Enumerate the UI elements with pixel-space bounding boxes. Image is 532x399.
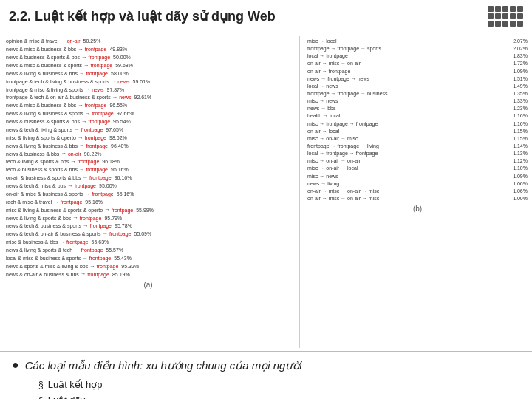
header: 2.2. Luật kết hợp và luật dãy sử dụng We… (0, 0, 532, 33)
table-row: misc & living & sports & operto → frontp… (6, 134, 290, 143)
bottom-section: ● Các loại mẫu điền hình: xu hướng chung… (0, 351, 532, 399)
main-point-text: Các loại mẫu điền hình: xu hướng chung c… (25, 358, 302, 373)
table-row: on-air → local1.15% (307, 128, 528, 135)
table-row: news & living & business & sports → fron… (6, 110, 290, 118)
table-row: tech & business & sports & bbs → frontpa… (6, 166, 290, 174)
table-row: on-air → frontpage1.09% (307, 68, 528, 75)
content-area: opinion & misc & travel → on-air50.25%ne… (0, 33, 532, 351)
table-row: frontpage → frontpage → living1.14% (307, 143, 528, 150)
table-row: local → news1.49% (307, 83, 528, 90)
table-row: news & tech & living & sports → frontpag… (6, 126, 290, 134)
table-row: misc → on-air → misc1.15% (307, 135, 528, 143)
table-row: misc → news1.33% (307, 98, 528, 105)
table-row: news & sports & misc & living & bbs → fr… (6, 263, 290, 271)
table-row: news & living & sports & bbs → frontpage… (6, 214, 290, 222)
page-title: 2.2. Luật kết hợp và luật dãy sử dụng We… (9, 8, 488, 24)
table-row: misc → local2.07% (307, 38, 528, 45)
table-row: misc → news1.09% (307, 173, 528, 180)
table-row: local → frontpage → frontpage1.13% (307, 150, 528, 157)
table-row: news & on-air & business & bbs → frontpa… (6, 270, 290, 279)
table-row: opinion & misc & travel → on-air50.25% (6, 38, 290, 46)
table-row: news & tech & business & sports → frontp… (6, 222, 290, 231)
table-row: local & misc & business & sports → front… (6, 255, 290, 263)
table-row: misc → on-air → local1.10% (307, 165, 528, 172)
table-row: frontpage → frontpage → sports2.02% (307, 45, 528, 52)
right-panel: misc → local2.07%frontpage → frontpage →… (303, 36, 532, 348)
table-row: misc & business & bbs → frontpage55.63% (6, 239, 290, 247)
left-panel: opinion & misc & travel → on-air50.25%ne… (0, 36, 296, 348)
table-row: news & business & bbs → on-air98.22% (6, 150, 290, 158)
table-row: news & business & sports & bbs → frontpa… (6, 118, 290, 126)
table-row: news & misc & business & sports → frontp… (6, 62, 290, 70)
right-panel-label: (b) (307, 202, 528, 215)
table-row: misc → frontpage → frontpage1.16% (307, 120, 528, 128)
list-item: Luật kết hợp (38, 378, 520, 393)
table-row: news & living & business & bbs → frontpa… (6, 142, 290, 150)
table-row: frontpage & misc & living & sports → new… (6, 86, 290, 94)
table-row: on-air & misc & business & sports → fron… (6, 191, 290, 199)
table-row: misc & living & business & sports & oper… (6, 206, 290, 214)
table-row: news & misc & business & bbs → frontpage… (6, 46, 290, 54)
table-row: rach & misc & travel → frontpage95.16% (6, 199, 290, 207)
table-row: news & living & sports & tech → frontpag… (6, 247, 290, 255)
panel-divider (299, 36, 300, 348)
list-item: Luật dãy (38, 393, 520, 399)
sub-bullets: Luật kết hợpLuật dãyCây con phổ biến (38, 378, 520, 399)
table-row: on-air & business & sports & bbs → front… (6, 174, 290, 183)
table-row: news & misc & business & bbs → frontpage… (6, 102, 290, 110)
table-row: news & tech & on-air & business & sports… (6, 231, 290, 239)
table-row: on-air → misc → on-air1.72% (307, 60, 528, 67)
table-row: on-air → misc → on-air → misc1.00% (307, 195, 528, 202)
bullet-icon: ● (12, 358, 19, 373)
table-row: frontpage & tech & living & business & s… (6, 78, 290, 86)
table-row: on-air → misc → on-air → misc1.06% (307, 188, 528, 195)
table-row: frontpage & tech & on-air & business & s… (6, 94, 290, 102)
header-dots-grid (488, 6, 523, 27)
table-row: frontpage → frontpage → business1.35% (307, 90, 528, 98)
table-row: misc → on-air → on-air1.12% (307, 157, 528, 165)
table-row: news & living & business & bbs → frontpa… (6, 70, 290, 78)
table-row: local → frontpage1.83% (307, 52, 528, 60)
table-row: news & business & sports & bbs → frontpa… (6, 54, 290, 62)
bottom-main: ● Các loại mẫu điền hình: xu hướng chung… (12, 358, 520, 373)
table-row: health → local1.16% (307, 112, 528, 120)
table-row: news → bbs1.23% (307, 105, 528, 112)
table-row: news → frontpage → news1.51% (307, 75, 528, 83)
left-panel-label: (a) (6, 279, 290, 291)
table-row: tech & living & sports & bbs → frontpage… (6, 158, 290, 166)
table-row: news → living1.06% (307, 180, 528, 188)
table-row: news & tech & misc & bbs → frontpage95.0… (6, 183, 290, 191)
